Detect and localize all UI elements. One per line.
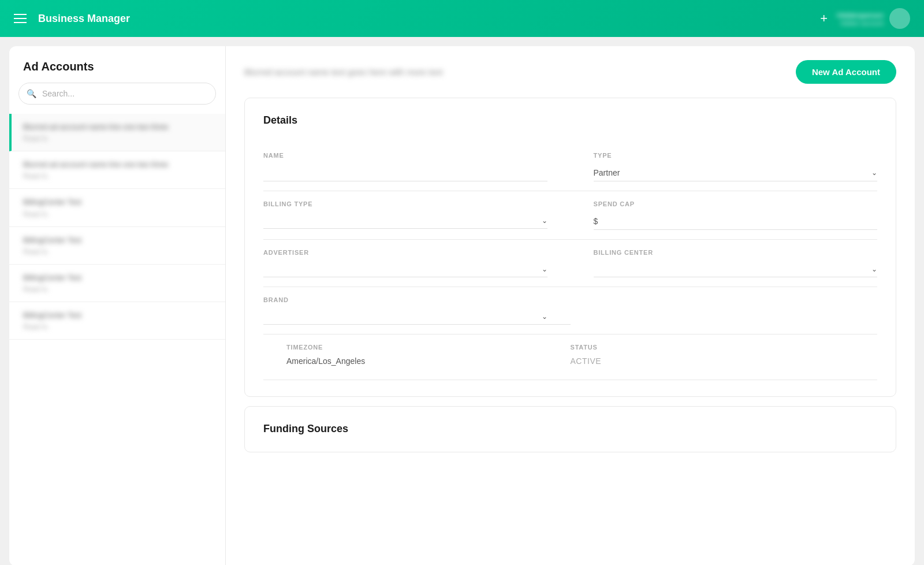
list-item[interactable]: BillingCenter Test Read In.: [9, 265, 225, 302]
status-badge: ACTIVE: [571, 356, 855, 366]
account-name: BillingCenter Test: [23, 197, 211, 207]
advertiser-field: ADVERTISER ⌄: [263, 240, 571, 287]
type-label: TYPE: [594, 152, 878, 159]
billing-center-label: BILLING CENTER: [594, 249, 878, 256]
user-text: Hiddenperson hidden account: [837, 11, 884, 27]
account-name: BillingCenter Test: [23, 273, 211, 283]
list-item[interactable]: BillingCenter Test Read In.: [9, 302, 225, 340]
brand-select[interactable]: ⌄: [263, 309, 571, 325]
user-info: Hiddenperson hidden account: [837, 8, 910, 29]
avatar: [889, 8, 910, 29]
spend-cap-label: SPEND CAP: [594, 200, 878, 207]
type-value: Partner: [594, 168, 620, 177]
billing-type-field: BILLING TYPE ⌄: [263, 191, 571, 240]
hamburger-menu[interactable]: [14, 14, 27, 23]
timezone-field: TIMEZONE America/Los_Angeles: [263, 334, 571, 380]
chevron-down-icon: ⌄: [871, 169, 877, 177]
list-item[interactable]: Blurred ad account name line one two thr…: [9, 151, 225, 189]
main-container: Ad Accounts 🔍 Blurred ad account name li…: [9, 46, 915, 565]
type-select[interactable]: Partner ⌄: [594, 165, 878, 181]
billing-type-select[interactable]: ⌄: [263, 213, 547, 229]
spend-cap-input[interactable]: [600, 217, 877, 226]
chevron-down-icon: ⌄: [871, 265, 877, 273]
billing-center-field: BILLING CENTER ⌄: [571, 240, 878, 287]
billing-type-label: BILLING TYPE: [263, 200, 547, 207]
account-sub: Read In.: [23, 285, 211, 293]
account-sub: Read In.: [23, 172, 211, 180]
sidebar-title: Ad Accounts: [9, 60, 225, 83]
sidebar: Ad Accounts 🔍 Blurred ad account name li…: [9, 46, 226, 565]
status-field: STATUS ACTIVE: [571, 334, 878, 380]
add-button[interactable]: +: [820, 12, 828, 25]
list-item[interactable]: BillingCenter Test Read In.: [9, 227, 225, 265]
account-sub: Read In.: [23, 248, 211, 256]
timezone-label: TIMEZONE: [286, 344, 571, 351]
search-icon: 🔍: [27, 89, 36, 98]
spend-cap-row: $: [594, 213, 878, 230]
account-name: BillingCenter Test: [23, 310, 211, 321]
search-input[interactable]: [18, 83, 216, 105]
details-card: Details NAME TYPE Partner ⌄ BIL: [244, 98, 896, 397]
status-label: STATUS: [571, 344, 855, 351]
list-item[interactable]: BillingCenter Test Read In.: [9, 189, 225, 226]
name-field: NAME: [263, 143, 571, 191]
account-list: Blurred ad account name line one two thr…: [9, 114, 225, 340]
details-title: Details: [263, 114, 877, 127]
chevron-down-icon: ⌄: [542, 217, 547, 225]
spend-cap-field: SPEND CAP $: [571, 191, 878, 240]
account-sub: Read In.: [23, 323, 211, 331]
chevron-down-icon: ⌄: [542, 313, 547, 321]
currency-symbol: $: [594, 217, 598, 226]
user-name: Hiddenperson: [837, 11, 884, 20]
content-header: Blurred account name text goes here with…: [244, 60, 896, 84]
account-name: Blurred ad account name line one two thr…: [23, 159, 211, 170]
page-title: Blurred account name text goes here with…: [244, 67, 796, 77]
name-input[interactable]: [263, 165, 547, 181]
name-label: NAME: [263, 152, 547, 159]
advertiser-label: ADVERTISER: [263, 249, 547, 256]
nav-right: + Hiddenperson hidden account: [820, 8, 910, 29]
account-sub: Read In.: [23, 210, 211, 218]
list-item[interactable]: Blurred ad account name line one two thr…: [9, 114, 225, 151]
content-area: Blurred account name text goes here with…: [226, 46, 915, 565]
account-sub: Read In.: [23, 135, 211, 143]
account-name: BillingCenter Test: [23, 235, 211, 246]
billing-center-select[interactable]: ⌄: [594, 262, 878, 277]
type-field: TYPE Partner ⌄: [571, 143, 878, 191]
funding-sources-title: Funding Sources: [263, 423, 877, 435]
details-form: NAME TYPE Partner ⌄ BILLING TYPE: [263, 143, 877, 380]
new-ad-account-button[interactable]: New Ad Account: [796, 60, 896, 84]
timezone-value: America/Los_Angeles: [286, 356, 571, 370]
funding-sources-card: Funding Sources: [244, 406, 896, 452]
brand-label: BRAND: [263, 296, 877, 303]
nav-left: Business Manager: [14, 13, 130, 25]
app-title: Business Manager: [38, 13, 130, 25]
chevron-down-icon: ⌄: [542, 265, 547, 273]
search-box: 🔍: [18, 83, 216, 105]
advertiser-select[interactable]: ⌄: [263, 262, 547, 277]
top-nav: Business Manager + Hiddenperson hidden a…: [0, 0, 924, 37]
account-name: Blurred ad account name line one two thr…: [23, 122, 211, 132]
brand-field: BRAND ⌄: [263, 287, 877, 334]
user-sub: hidden account: [837, 20, 884, 27]
